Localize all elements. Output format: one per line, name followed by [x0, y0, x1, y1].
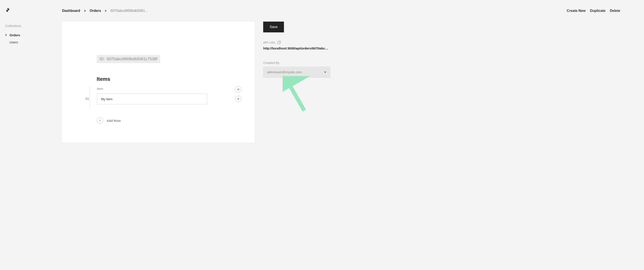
- app-logo[interactable]: [5, 7, 11, 13]
- item-field-label: Item: [97, 87, 228, 90]
- plus-icon: [237, 97, 240, 100]
- remove-item-button[interactable]: [235, 86, 242, 93]
- save-button[interactable]: Save: [263, 21, 284, 32]
- sidebar-item-orders[interactable]: Orders: [5, 31, 57, 39]
- right-panel: Save API URL http://localhost:3000/api/o…: [263, 21, 334, 117]
- sidebar-item-label: Users: [10, 40, 18, 44]
- item-index: 01: [83, 97, 89, 100]
- id-badge: ID: 6070abcd969bdb5061c7538f: [97, 55, 160, 63]
- breadcrumb-dashboard[interactable]: Dashboard: [62, 9, 80, 13]
- add-row-button[interactable]: Add Row: [97, 117, 242, 124]
- breadcrumb: Dashboard Orders 6070abcd969bdb5061...: [62, 9, 148, 13]
- breadcrumb-current: 6070abcd969bdb5061...: [110, 9, 148, 13]
- plus-icon: [97, 117, 103, 124]
- duplicate-button[interactable]: Duplicate: [590, 9, 606, 13]
- add-row-label: Add Row: [106, 119, 121, 122]
- chevron-down-icon: [324, 71, 326, 73]
- item-input[interactable]: [97, 93, 207, 104]
- chevron-right-icon: [105, 9, 106, 13]
- api-url-value: http://localhost:3000/api/orders/6070abc…: [263, 46, 330, 50]
- svg-line-1: [287, 80, 304, 111]
- copy-icon[interactable]: [278, 41, 281, 44]
- add-item-button[interactable]: [235, 96, 242, 102]
- created-by-label: Created By: [263, 61, 330, 65]
- editor-panel: ID: 6070abcd969bdb5061c7538f Items 01 It…: [62, 21, 254, 143]
- chevron-right-icon: [5, 34, 8, 37]
- arrow-annotation: [283, 76, 311, 115]
- close-icon: [237, 88, 240, 91]
- created-by-value: adminuser@mysite.com: [267, 70, 302, 74]
- id-value: 6070abcd969bdb5061c7538f: [107, 57, 157, 61]
- api-url-label: API URL: [263, 41, 330, 44]
- delete-button[interactable]: Delete: [610, 9, 620, 13]
- sidebar-item-label: Orders: [10, 33, 20, 37]
- created-by-select[interactable]: adminuser@mysite.com: [263, 67, 330, 77]
- top-actions: Create New Duplicate Delete: [567, 9, 644, 13]
- item-row: 01 Item: [90, 87, 242, 109]
- id-label: ID:: [100, 57, 105, 61]
- create-new-button[interactable]: Create New: [567, 9, 586, 13]
- items-heading: Items: [97, 76, 242, 82]
- topbar: Dashboard Orders 6070abcd969bdb5061... C…: [62, 0, 644, 21]
- sidebar-item-users[interactable]: Users: [5, 39, 57, 46]
- chevron-right-icon: [84, 9, 86, 13]
- sidebar-heading: Collections: [5, 24, 57, 28]
- breadcrumb-orders[interactable]: Orders: [90, 9, 101, 13]
- sidebar: Collections Orders Users: [0, 0, 62, 270]
